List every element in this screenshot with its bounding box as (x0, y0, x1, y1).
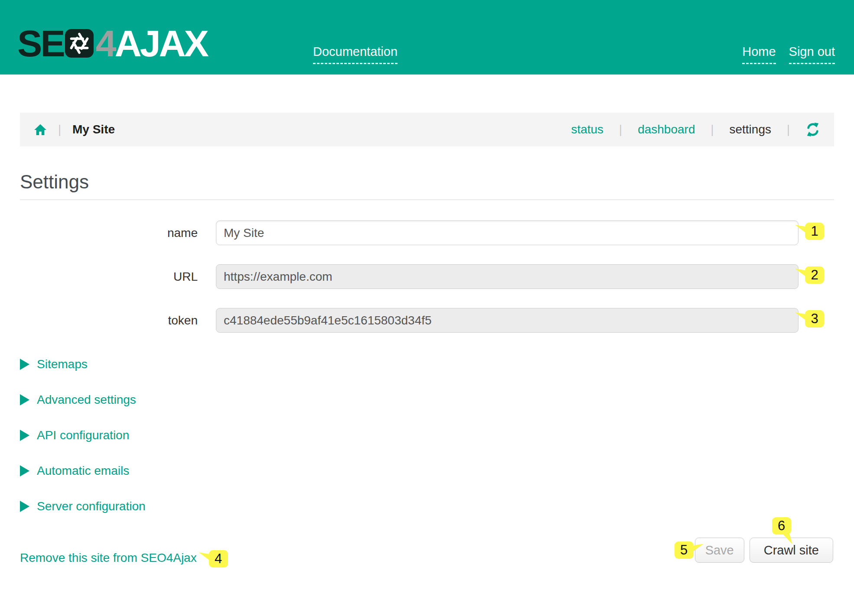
tab-settings-current: settings (729, 123, 771, 136)
title-divider (20, 199, 834, 200)
logo-text-seo: SE (17, 26, 64, 60)
app-header: SE 4 AJAX Documentation H (0, 0, 854, 75)
tab-dashboard[interactable]: dashboard (638, 123, 695, 136)
site-tabs: status | dashboard | settings | (571, 122, 820, 137)
tab-separator: | (787, 123, 790, 136)
chevron-right-icon (20, 394, 29, 405)
settings-form: name 1 URL 2 token 3 (20, 220, 834, 333)
url-input[interactable] (216, 264, 799, 289)
form-row-url: URL 2 (20, 264, 834, 289)
home-link[interactable]: Home (742, 45, 776, 64)
logo-text-ajax: AJAX (115, 26, 207, 60)
token-input-wrap: 3 (216, 308, 799, 333)
chevron-right-icon (20, 430, 29, 441)
tab-separator: | (711, 123, 714, 136)
name-label: name (20, 226, 198, 240)
chevron-right-icon (20, 501, 29, 512)
remove-site-link[interactable]: Remove this site from SEO4Ajax (20, 551, 197, 565)
breadcrumb-bar: | My Site status | dashboard | settings … (20, 113, 834, 146)
url-input-wrap: 2 (216, 264, 799, 289)
annotation-badge-3: 3 (805, 310, 824, 327)
section-sitemaps[interactable]: Sitemaps (20, 357, 88, 372)
chevron-right-icon (20, 359, 29, 370)
footer-actions-row: Remove this site from SEO4Ajax 4 5 Save … (20, 538, 834, 594)
annotation-badge-2: 2 (805, 266, 824, 284)
header-nav: Home Sign out (742, 45, 835, 64)
seo4ajax-logo[interactable]: SE 4 AJAX (17, 26, 207, 61)
remove-site-wrap: Remove this site from SEO4Ajax 4 (20, 549, 228, 567)
annotation-badge-4: 4 (209, 550, 228, 567)
form-row-token: token 3 (20, 308, 834, 333)
section-api-configuration[interactable]: API configuration (20, 428, 129, 443)
name-input-wrap: 1 (216, 220, 799, 245)
section-server-configuration[interactable]: Server configuration (20, 499, 146, 514)
sign-out-link[interactable]: Sign out (789, 45, 835, 64)
name-input[interactable] (216, 220, 799, 245)
tab-status[interactable]: status (571, 123, 603, 136)
url-label: URL (20, 270, 198, 284)
page: SE 4 AJAX Documentation H (0, 0, 854, 616)
breadcrumb: | My Site (34, 123, 115, 136)
save-button[interactable]: Save (695, 538, 744, 563)
chevron-right-icon (20, 465, 29, 477)
annotation-badge-5: 5 (675, 541, 694, 559)
settings-main: Settings name 1 URL 2 token (0, 171, 854, 594)
refresh-icon[interactable] (805, 122, 820, 137)
breadcrumb-site-name: My Site (72, 123, 115, 136)
section-automatic-emails[interactable]: Automatic emails (20, 464, 129, 478)
aperture-icon (65, 29, 94, 58)
collapsible-sections: Sitemaps Advanced settings API configura… (20, 357, 834, 514)
logo-text-four: 4 (96, 26, 115, 60)
annotation-badge-6: 6 (772, 517, 791, 535)
crawl-button-wrap: 6 Crawl site (750, 538, 833, 563)
home-icon[interactable] (34, 123, 47, 136)
page-title: Settings (20, 171, 834, 193)
token-input[interactable] (216, 308, 799, 333)
documentation-link[interactable]: Documentation (313, 45, 398, 64)
breadcrumb-separator: | (58, 123, 61, 136)
save-button-wrap: 5 Save (695, 538, 744, 563)
section-advanced-settings[interactable]: Advanced settings (20, 392, 136, 407)
token-label: token (20, 314, 198, 327)
tab-separator: | (619, 123, 622, 136)
annotation-badge-1: 1 (805, 223, 824, 240)
form-row-name: name 1 (20, 220, 834, 245)
action-buttons: 5 Save 6 Crawl site (695, 538, 833, 563)
